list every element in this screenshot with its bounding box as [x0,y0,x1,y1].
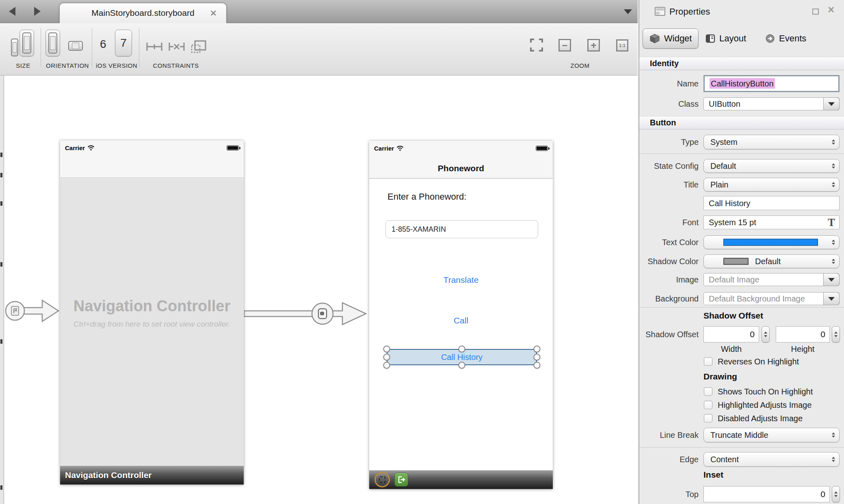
inset-top-stepper[interactable] [832,486,840,502]
size-iphone-tall-button[interactable] [19,30,34,56]
updown-arrows-icon [832,140,835,145]
size-iphone-icon[interactable] [11,39,18,56]
state-config-value: Default [710,162,736,171]
shadow-offset-width-input[interactable]: 0 [703,326,759,342]
resize-handle[interactable] [383,354,390,361]
type-select[interactable]: System [703,135,840,149]
resize-handle[interactable] [383,346,390,353]
shadow-offset-height-input[interactable]: 0 [776,326,830,342]
shows-touch-label: Shows Touch On Highlight [718,387,813,396]
resize-handle[interactable] [534,354,541,361]
class-label: Class [639,99,699,109]
tab-close-icon[interactable]: × [210,3,216,23]
translate-button[interactable]: Translate [369,275,553,285]
phoneword-prompt-label[interactable]: Enter a Phoneword: [387,192,466,202]
zoom-in-button[interactable]: + [587,39,600,52]
title-text-input[interactable]: Call History [703,196,840,210]
class-combo[interactable]: UIButton [703,97,840,110]
inset-top-label: Top [639,490,699,499]
zoom-out-button[interactable]: − [558,39,571,52]
tab-widget[interactable]: Widget [643,28,699,49]
name-value: CallHistoryButton [710,79,775,88]
resize-handle[interactable] [534,346,541,353]
dropdown-button[interactable] [823,273,840,286]
back-button[interactable] [9,7,15,16]
selected-text: CallHistoryButton [710,78,775,89]
reverses-label: Reverses On Highlight [718,357,799,366]
carrier-label: Carrier [374,145,394,152]
image-label: Image [639,275,699,284]
tab-mainstoryboard[interactable]: MainStoryboard.storyboard × [59,3,227,23]
nav-controller-hint: Ctrl+drag from here to set root view con… [60,320,244,329]
reverses-checkbox[interactable] [704,358,712,366]
line-break-select[interactable]: Truncate Middle [703,428,840,442]
layout-icon [705,34,715,43]
font-label: Font [639,218,699,227]
properties-pad-icon [655,7,665,16]
highlighted-adjusts-checkbox[interactable] [704,401,712,409]
tab-events[interactable]: Events [765,28,806,49]
cube-icon [649,33,660,44]
image-row: Image Default Image [639,273,844,286]
resize-handle[interactable] [459,362,465,369]
font-picker-icon[interactable]: T [828,216,835,229]
resize-handle[interactable] [534,362,541,369]
resize-handle[interactable] [459,346,465,353]
image-combo[interactable]: Default Image [703,273,840,286]
storyboard-entry-arrow[interactable] [4,298,60,324]
type-label: Type [639,138,699,147]
orientation-landscape-button[interactable] [68,41,83,51]
divider [639,447,844,448]
ios-version-group-label: iOS VERSION [96,62,137,69]
close-icon[interactable]: × [828,4,834,16]
height-stepper[interactable] [832,326,840,342]
dropdown-button[interactable] [823,97,840,110]
navigation-controller-body[interactable]: Navigation Controller Ctrl+drag from her… [60,179,244,466]
title-style-select[interactable]: Plain [703,178,840,192]
highlighted-adjusts-label: Highlighted Adjusts Image [718,401,812,410]
scene-footer-bar[interactable] [369,470,553,489]
tab-layout[interactable]: Layout [705,28,746,49]
edge-select[interactable]: Content [703,452,840,467]
chevron-down-icon [828,102,835,106]
dropdown-button[interactable] [823,292,840,305]
first-responder-icon[interactable] [374,472,390,487]
constraint-remove-icon[interactable] [168,39,186,54]
phoneword-view-body[interactable]: Enter a Phoneword: 1-855-XAMARIN Transla… [369,179,553,470]
root-view-segue-arrow[interactable] [244,301,368,327]
font-input[interactable]: System 15 pt T [703,215,840,229]
minimize-icon[interactable] [812,9,819,15]
inset-header: Inset [703,470,723,480]
constraint-frame-icon[interactable] [190,39,207,54]
background-combo[interactable]: Default Background Image [703,292,840,305]
shows-touch-checkbox[interactable] [704,388,712,396]
phoneword-text-field[interactable]: 1-855-XAMARIN [385,220,538,238]
scene-footer-bar[interactable]: Navigation Controller [60,466,244,485]
tab-overflow-icon[interactable] [624,9,632,14]
width-stepper[interactable] [762,326,770,342]
resize-handle[interactable] [383,362,390,369]
exit-segue-icon[interactable] [394,473,408,487]
tab-title: MainStoryboard.storyboard [60,3,226,23]
zoom-actual-size-button[interactable]: 1:1 [616,39,628,52]
phoneword-scene[interactable]: Carrier Phoneword Enter a Phoneword: 1-8… [369,141,553,489]
chevron-down-icon [828,297,835,301]
ios6-button[interactable]: 6 [100,38,106,51]
forward-button[interactable] [34,7,41,16]
navigation-controller-scene[interactable]: Carrier Navigation Controller Ctrl+drag … [60,140,244,485]
zoom-fit-icon[interactable] [529,38,544,52]
constraint-width-icon[interactable] [145,39,163,54]
disabled-adjusts-row: Disabled Adjusts Image [639,413,844,424]
state-config-select[interactable]: Default [703,159,840,173]
call-button[interactable]: Call [369,316,553,325]
disabled-adjusts-checkbox[interactable] [704,414,712,423]
events-arrow-icon [765,34,775,43]
ios7-button[interactable]: 7 [115,30,132,56]
text-color-select[interactable] [703,235,840,249]
collapsed-panel-edge[interactable] [0,75,4,504]
inset-top-input[interactable]: 0 [703,486,830,502]
shadow-color-select[interactable]: Default [703,254,840,268]
orientation-portrait-button[interactable] [45,30,60,56]
toolbar-divider [139,28,139,67]
name-input[interactable]: CallHistoryButton [703,75,840,92]
